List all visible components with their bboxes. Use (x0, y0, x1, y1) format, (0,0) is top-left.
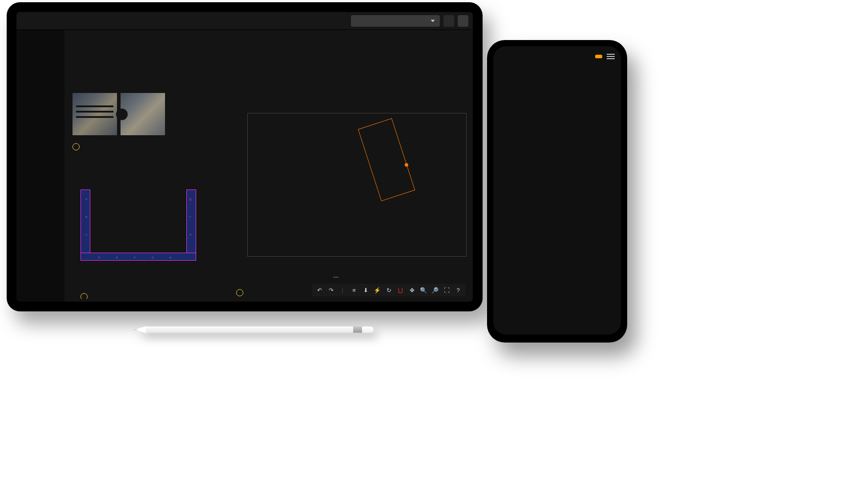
wall-bottom (81, 253, 196, 261)
phone-header (493, 46, 621, 67)
drawing-canvas[interactable]: A B C M L K D E F G H (67, 89, 470, 299)
stylus-pencil (133, 325, 374, 335)
zoom-in-icon[interactable]: 🔍 (419, 285, 428, 295)
move-icon[interactable]: ✥ (407, 285, 417, 295)
phone-body[interactable] (493, 67, 621, 335)
save-button[interactable] (443, 15, 454, 27)
section-badge (236, 289, 243, 296)
divider: | (338, 285, 347, 295)
plan2-caption (81, 293, 90, 299)
topbar-actions (351, 15, 468, 27)
menu-icon[interactable] (607, 54, 615, 59)
phone-device (487, 40, 627, 343)
close-button[interactable] (458, 15, 468, 27)
topbar (16, 12, 473, 30)
help-icon[interactable]: ? (453, 285, 463, 295)
tablet-device: A B C M L K D E F G H (7, 2, 483, 311)
flash-icon[interactable]: ⚡ (372, 285, 382, 295)
header-badge (333, 277, 338, 278)
detail-landing-view (73, 93, 175, 150)
groundfloor-plan: A B C M L K D E F G H (81, 190, 214, 278)
login-button[interactable] (595, 55, 602, 58)
file-select[interactable] (351, 15, 440, 27)
menu-icon[interactable]: ≡ (349, 285, 359, 295)
canvas-toolbar: ↶ ↷ | ≡ ⬇ ⚡ ↻ ⋃ ✥ 🔍 🔎 ⛶ ? (312, 284, 466, 296)
magnet-icon[interactable]: ⋃ (395, 285, 405, 295)
phone-app (493, 46, 621, 335)
u-shape[interactable]: A B C M L K D E F G H (81, 190, 196, 261)
wall-elevation (236, 93, 467, 281)
sidebar (16, 30, 64, 302)
app-window: A B C M L K D E F G H (16, 12, 473, 302)
detail-caption (73, 143, 175, 150)
chevron-down-icon (430, 18, 435, 24)
main-area: A B C M L K D E F G H (64, 30, 473, 302)
section-badge (81, 293, 88, 299)
refresh-icon[interactable]: ↻ (384, 285, 394, 295)
slab-strip (64, 30, 473, 88)
detail-tile-1[interactable] (73, 93, 117, 135)
fullscreen-icon[interactable]: ⛶ (442, 285, 451, 295)
elevation-grid[interactable] (247, 113, 467, 257)
redo-icon[interactable]: ↷ (326, 285, 336, 295)
section-badge (73, 143, 80, 150)
app-body: A B C M L K D E F G H (16, 30, 473, 302)
detail-tile-2[interactable] (121, 93, 165, 135)
elev-caption (236, 289, 246, 296)
zoom-out-icon[interactable]: 🔎 (430, 285, 440, 295)
download-icon[interactable]: ⬇ (361, 285, 371, 295)
undo-icon[interactable]: ↶ (314, 285, 324, 295)
